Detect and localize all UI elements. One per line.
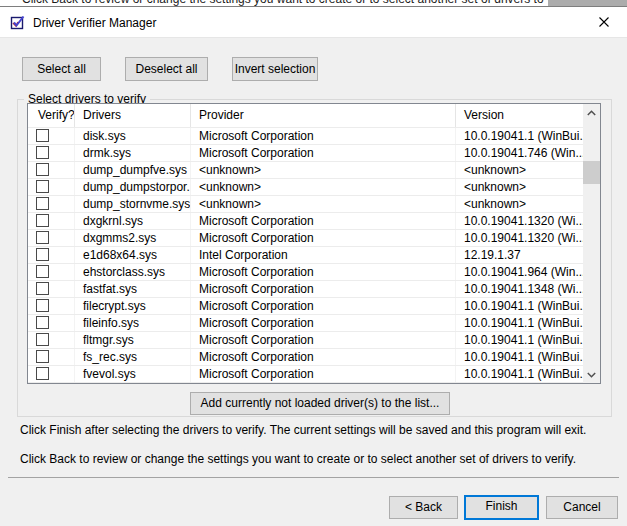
verify-checkbox[interactable] [36, 180, 49, 193]
verify-checkbox[interactable] [36, 214, 49, 227]
verify-checkbox[interactable] [36, 231, 49, 244]
provider-cell: Microsoft Corporation [191, 145, 456, 161]
version-cell: 10.0.19041.1 (WinBui... [456, 315, 583, 331]
version-cell: 10.0.19041.1 (WinBui... [456, 349, 583, 365]
driver-name-cell: dxgmms2.sys [75, 230, 191, 246]
driver-name-cell: dxgkrnl.sys [75, 213, 191, 229]
verify-cell [28, 162, 75, 178]
table-row: e1d68x64.sysIntel Corporation12.19.1.37 [28, 247, 583, 264]
verify-checkbox[interactable] [36, 299, 49, 312]
verify-cell [28, 213, 75, 229]
verify-checkbox[interactable] [36, 248, 49, 261]
deselect-all-button[interactable]: Deselect all [125, 57, 208, 81]
driver-name-cell: ehstorclass.sys [75, 264, 191, 280]
version-cell: 10.0.19041.1348 (Wi... [456, 281, 583, 297]
version-cell: 10.0.19041.1320 (Wi... [456, 230, 583, 246]
select-all-button[interactable]: Select all [22, 57, 101, 81]
scroll-down-button[interactable] [583, 366, 600, 383]
verify-cell [28, 349, 75, 365]
close-icon [598, 16, 610, 28]
table-row: dump_stornvme.sys<unknown><unknown> [28, 196, 583, 213]
driver-name-cell: fltmgr.sys [75, 332, 191, 348]
provider-cell: Microsoft Corporation [191, 366, 456, 382]
table-row: fs_rec.sysMicrosoft Corporation10.0.1904… [28, 349, 583, 366]
version-cell: 10.0.19041.1 (WinBui... [456, 332, 583, 348]
verify-checkbox[interactable] [36, 350, 49, 363]
table-row: dump_dumpstorpor...<unknown><unknown> [28, 179, 583, 196]
column-header-drivers[interactable]: Drivers [75, 104, 191, 127]
driver-name-cell: fs_rec.sys [75, 349, 191, 365]
driver-name-cell: drmk.sys [75, 145, 191, 161]
back-button[interactable]: < Back [389, 496, 458, 519]
provider-cell: Microsoft Corporation [191, 213, 456, 229]
version-cell: <unknown> [456, 196, 583, 212]
verify-cell [28, 281, 75, 297]
driver-name-cell: fastfat.sys [75, 281, 191, 297]
table-row: dxgkrnl.sysMicrosoft Corporation10.0.190… [28, 213, 583, 230]
driver-name-cell: filecrypt.sys [75, 298, 191, 314]
driver-name-cell: dump_dumpstorpor... [75, 179, 191, 195]
driver-name-cell: dump_dumpfve.sys [75, 162, 191, 178]
version-cell: 12.19.1.37 [456, 247, 583, 263]
driver-table-body: disk.sysMicrosoft Corporation10.0.19041.… [28, 128, 583, 383]
cancel-button[interactable]: Cancel [546, 496, 618, 519]
verify-cell [28, 196, 75, 212]
version-cell: 10.0.19041.746 (Win... [456, 145, 583, 161]
verify-cell [28, 298, 75, 314]
provider-cell: Microsoft Corporation [191, 332, 456, 348]
provider-cell: <unknown> [191, 179, 456, 195]
version-cell: 10.0.19041.1 (WinBui... [456, 366, 583, 382]
column-header-verify[interactable]: Verify? [28, 104, 75, 127]
vertical-scrollbar[interactable] [583, 104, 600, 383]
back-instruction-text: Click Back to review or change the setti… [20, 452, 576, 466]
verify-checkbox[interactable] [36, 265, 49, 278]
verify-cell [28, 264, 75, 280]
footer-divider [8, 477, 619, 478]
finish-button[interactable]: Finish [464, 495, 539, 520]
provider-cell: Microsoft Corporation [191, 264, 456, 280]
driver-name-cell: e1d68x64.sys [75, 247, 191, 263]
version-cell: 10.0.19041.1 (WinBui... [456, 128, 583, 144]
verify-checkbox[interactable] [36, 197, 49, 210]
provider-cell: Microsoft Corporation [191, 230, 456, 246]
scrollbar-thumb[interactable] [583, 161, 600, 184]
add-not-loaded-drivers-button[interactable]: Add currently not loaded driver(s) to th… [190, 392, 450, 415]
provider-cell: Microsoft Corporation [191, 281, 456, 297]
chevron-down-icon [587, 372, 596, 378]
table-row: fastfat.sysMicrosoft Corporation10.0.190… [28, 281, 583, 298]
verify-cell [28, 315, 75, 331]
verify-cell [28, 230, 75, 246]
verify-cell [28, 366, 75, 382]
verify-checkbox[interactable] [36, 367, 49, 380]
column-header-version[interactable]: Version [456, 104, 583, 127]
provider-cell: Microsoft Corporation [191, 128, 456, 144]
verify-checkbox[interactable] [36, 333, 49, 346]
driver-name-cell: disk.sys [75, 128, 191, 144]
provider-cell: Microsoft Corporation [191, 298, 456, 314]
table-row: dxgmms2.sysMicrosoft Corporation10.0.190… [28, 230, 583, 247]
version-cell: 10.0.19041.1 (WinBui... [456, 298, 583, 314]
verify-checkbox[interactable] [36, 146, 49, 159]
verify-checkbox[interactable] [36, 282, 49, 295]
verifier-app-icon [10, 14, 26, 30]
version-cell: 10.0.19041.1320 (Wi... [456, 213, 583, 229]
drivers-table: Verify? Drivers Provider Version disk.sy… [27, 103, 601, 384]
provider-cell: <unknown> [191, 162, 456, 178]
version-cell: <unknown> [456, 179, 583, 195]
invert-selection-button[interactable]: Invert selection [232, 57, 318, 81]
verify-cell [28, 332, 75, 348]
table-row: fvevol.sysMicrosoft Corporation10.0.1904… [28, 366, 583, 383]
verify-checkbox[interactable] [36, 316, 49, 329]
background-window-strip: Click Back to review or change the setti… [0, 0, 627, 7]
driver-name-cell: fileinfo.sys [75, 315, 191, 331]
driver-name-cell: dump_stornvme.sys [75, 196, 191, 212]
provider-cell: Intel Corporation [191, 247, 456, 263]
verify-checkbox[interactable] [36, 129, 49, 142]
table-row: dump_dumpfve.sys<unknown><unknown> [28, 162, 583, 179]
table-row: disk.sysMicrosoft Corporation10.0.19041.… [28, 128, 583, 145]
column-header-provider[interactable]: Provider [191, 104, 456, 127]
verify-checkbox[interactable] [36, 163, 49, 176]
close-button[interactable] [583, 7, 625, 37]
scroll-up-button[interactable] [583, 104, 600, 121]
provider-cell: Microsoft Corporation [191, 349, 456, 365]
